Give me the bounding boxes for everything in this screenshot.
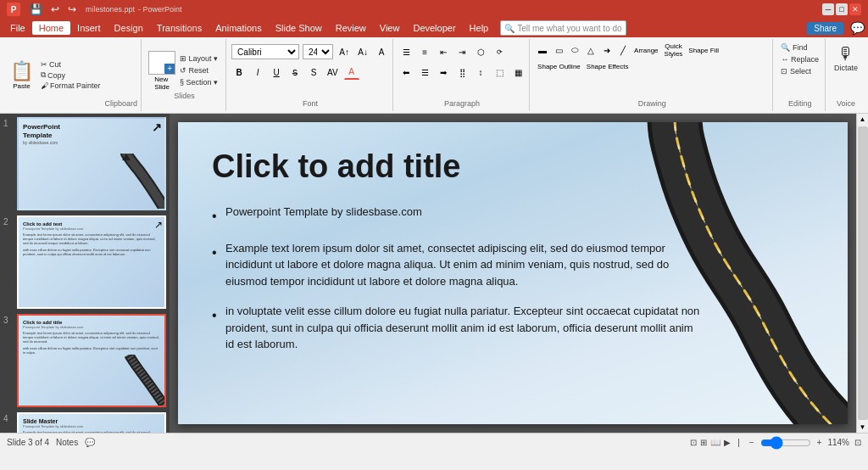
shape-oval[interactable]: ⬭ <box>567 42 582 58</box>
font-name-select[interactable]: Calibri <box>231 44 299 59</box>
menu-view[interactable]: View <box>373 21 407 35</box>
tell-me-bar[interactable]: 🔍 Tell me what you want to do <box>500 20 626 36</box>
quick-styles-button[interactable]: QuickStyles <box>662 42 686 58</box>
align-left-button[interactable]: ⬅ <box>398 64 414 80</box>
convert-smartart-button[interactable]: ⟳ <box>492 44 507 59</box>
redo-quick-btn[interactable]: ↪ <box>65 3 79 16</box>
italic-button[interactable]: I <box>250 64 265 80</box>
slideshow-btn[interactable]: ▶ <box>724 438 731 447</box>
increase-indent-button[interactable]: ⇥ <box>454 44 470 59</box>
shape-triangle[interactable]: △ <box>583 42 598 58</box>
smartart-button[interactable]: ⬡ <box>473 44 488 59</box>
shape-rounded[interactable]: ▭ <box>551 42 566 58</box>
slide-preview-2[interactable]: Click to add text Powerpoint Template by… <box>17 215 166 309</box>
menu-design[interactable]: Design <box>108 21 150 35</box>
shape-outline-button[interactable]: Shape Outline <box>535 59 583 74</box>
view-normal-btn[interactable]: ⊡ <box>690 438 697 447</box>
zoom-slider[interactable] <box>760 436 811 450</box>
scroll-thumb[interactable] <box>858 126 868 420</box>
text-direction-button[interactable]: ↕ <box>473 64 488 80</box>
arrange-button[interactable]: Arrange <box>632 42 660 58</box>
paste-button[interactable]: 📋 Paste <box>7 59 36 92</box>
thumb3-road-svg <box>122 355 164 406</box>
find-button[interactable]: 🔍 Find <box>778 42 821 53</box>
font-size-select[interactable]: 24 <box>303 44 333 59</box>
view-reading-btn[interactable]: 📖 <box>710 438 721 447</box>
new-slide-label: NewSlide <box>154 76 170 91</box>
menu-file[interactable]: File <box>3 21 32 35</box>
voice-ribbon-group: 🎙 Dictate Voice <box>827 39 865 111</box>
bullet-dot-2: • <box>212 243 219 290</box>
slide-preview-1[interactable]: PowerPointTemplate by slidesbase.com ↗ <box>17 117 166 210</box>
select-button[interactable]: ⊡ Select <box>778 66 821 76</box>
menu-home[interactable]: Home <box>32 21 70 35</box>
clear-format-button[interactable]: A <box>374 44 389 59</box>
scroll-up-btn[interactable]: ▲ <box>858 114 868 125</box>
notes-button[interactable]: Notes <box>56 438 78 447</box>
shape-rect[interactable]: ▬ <box>535 42 550 58</box>
undo-quick-btn[interactable]: ↩ <box>48 3 62 16</box>
menu-review[interactable]: Review <box>329 21 373 35</box>
drawing-group-label: Drawing <box>535 99 769 108</box>
bullets-button[interactable]: ☰ <box>398 44 414 59</box>
decrease-font-size-button[interactable]: A↓ <box>355 44 370 59</box>
columns-button[interactable]: ▦ <box>510 64 526 80</box>
zoom-in-btn[interactable]: + <box>815 438 825 447</box>
underline-button[interactable]: U <box>269 64 284 80</box>
slide-thumb-1[interactable]: 1 PowerPointTemplate by slidesbase.com ↗ <box>3 117 166 210</box>
font-color-button[interactable]: A <box>344 64 359 80</box>
align-text-button[interactable]: ⬚ <box>492 64 507 80</box>
shape-line[interactable]: ╱ <box>615 42 631 58</box>
road-graphic <box>559 122 848 424</box>
align-center-button[interactable]: ☰ <box>417 64 432 80</box>
section-button[interactable]: § Section ▾ <box>177 77 220 87</box>
menu-developer[interactable]: Developer <box>406 21 462 35</box>
slide-canvas[interactable]: Click to add title • Powerpoint Template… <box>178 122 848 424</box>
comments-btn[interactable]: 💬 <box>850 21 865 35</box>
menu-animations[interactable]: Animations <box>209 21 268 35</box>
menu-slideshow[interactable]: Slide Show <box>269 21 329 35</box>
shape-effects-button[interactable]: Shape Effects <box>584 59 632 74</box>
strikethrough-button[interactable]: S̶ <box>287 64 303 80</box>
view-slide-sorter-btn[interactable]: ⊞ <box>700 438 707 447</box>
share-button[interactable]: Share <box>807 22 843 35</box>
menu-transitions[interactable]: Transitions <box>150 21 209 35</box>
bold-button[interactable]: B <box>231 64 247 80</box>
replace-button[interactable]: ↔ Replace <box>778 54 821 64</box>
zoom-out-btn[interactable]: − <box>747 438 757 447</box>
slide-thumb-2[interactable]: 2 Click to add text Powerpoint Template … <box>3 215 166 309</box>
char-spacing-button[interactable]: AV <box>325 64 341 80</box>
slide-preview-4[interactable]: Slide Master Powerpoint Template by slid… <box>17 412 166 433</box>
thumb2-body: Example text lorem ipsum dolor sit amet,… <box>23 232 160 246</box>
copy-button[interactable]: ⧉ Copy <box>38 70 103 81</box>
numbering-button[interactable]: ≡ <box>417 44 432 59</box>
app-icon: P <box>7 3 20 16</box>
shape-arrow[interactable]: ➜ <box>599 42 615 58</box>
layout-button[interactable]: ⊞ Layout ▾ <box>177 53 220 64</box>
shadow-button[interactable]: S <box>306 64 321 80</box>
align-right-button[interactable]: ➡ <box>436 64 451 80</box>
minimize-button[interactable]: ─ <box>822 3 834 15</box>
comments-status-btn[interactable]: 💬 <box>85 438 95 447</box>
new-slide-button[interactable]: + NewSlide <box>148 51 175 91</box>
increase-font-size-button[interactable]: A↑ <box>337 44 352 59</box>
right-scrollbar[interactable]: ▲ ▼ <box>856 114 868 433</box>
shape-fill-button[interactable]: Shape Fill <box>686 42 721 58</box>
save-quick-btn[interactable]: 💾 <box>27 3 45 16</box>
maximize-button[interactable]: □ <box>836 3 848 15</box>
slide-thumb-4[interactable]: 4 Slide Master Powerpoint Template by sl… <box>3 412 166 433</box>
slide-preview-3[interactable]: Click to add title Powerpoint Template b… <box>17 314 166 407</box>
menu-help[interactable]: Help <box>463 21 496 35</box>
slide-thumb-3[interactable]: 3 Click to add title Powerpoint Template… <box>3 314 166 407</box>
justify-button[interactable]: ⣿ <box>454 64 470 80</box>
close-button[interactable]: ✕ <box>849 3 861 15</box>
slide-panel: 1 PowerPointTemplate by slidesbase.com ↗ <box>0 114 170 433</box>
reset-button[interactable]: ↺ Reset <box>177 65 220 76</box>
scroll-down-btn[interactable]: ▼ <box>858 422 868 433</box>
dictate-button[interactable]: 🎙 Dictate <box>831 42 861 74</box>
decrease-indent-button[interactable]: ⇤ <box>436 44 451 59</box>
format-painter-button[interactable]: 🖌 Format Painter <box>38 81 103 91</box>
menu-insert[interactable]: Insert <box>70 21 108 35</box>
cut-button[interactable]: ✂ Cut <box>38 59 103 70</box>
fit-slide-btn[interactable]: ⊡ <box>854 438 861 447</box>
